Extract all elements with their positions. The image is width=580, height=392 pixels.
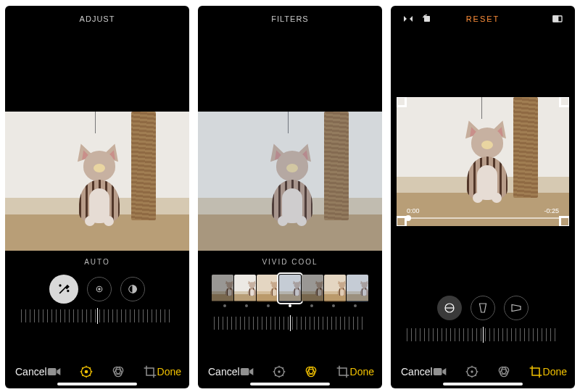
filter-thumb-selected[interactable]: [279, 275, 301, 302]
filter-thumbnails[interactable]: [198, 272, 382, 304]
header-title: FILTERS: [271, 14, 308, 23]
home-indicator[interactable]: [443, 383, 523, 385]
header: ADJUST: [5, 6, 189, 32]
svg-point-26: [500, 370, 508, 377]
video-icon[interactable]: [433, 366, 447, 378]
svg-point-3: [99, 288, 100, 290]
svg-point-10: [115, 370, 122, 377]
crop-icon[interactable]: [529, 364, 543, 379]
rotate-icon[interactable]: [421, 13, 433, 25]
blank-area: [5, 32, 189, 112]
cancel-button[interactable]: Cancel: [208, 366, 240, 378]
mode-tabs: [47, 364, 157, 379]
home-indicator[interactable]: [250, 383, 330, 385]
filter-name-label: VIVID COOL: [198, 251, 382, 272]
perspective-v-button[interactable]: [471, 296, 495, 320]
straighten-slider[interactable]: [391, 325, 575, 345]
adjust-slider[interactable]: [5, 306, 189, 326]
filters-icon[interactable]: [304, 364, 318, 379]
photo-preview[interactable]: [5, 112, 189, 251]
editor-panel-crop: RESET 0:00 -0:25: [391, 6, 575, 388]
svg-point-0: [59, 285, 61, 286]
home-indicator[interactable]: [57, 383, 137, 385]
time-current: 0:00: [407, 207, 420, 214]
editor-panel-filters: FILTERS VIVID COOL Cancel: [198, 6, 382, 388]
video-icon[interactable]: [47, 366, 62, 378]
blank-area: [391, 32, 575, 97]
svg-point-16: [307, 370, 315, 377]
adjust-dial-icon[interactable]: [79, 364, 94, 379]
blank-area: [391, 226, 575, 291]
svg-point-1: [67, 291, 69, 292]
filter-thumb[interactable]: [234, 275, 256, 302]
video-timeline[interactable]: [405, 217, 560, 219]
filter-thumb[interactable]: [212, 275, 233, 302]
crop-icon[interactable]: [336, 364, 350, 379]
filter-thumb[interactable]: [324, 275, 346, 302]
aspect-icon[interactable]: [552, 13, 563, 25]
svg-rect-5: [47, 368, 56, 375]
auto-enhance-button[interactable]: [49, 275, 78, 304]
svg-point-7: [85, 370, 87, 372]
filters-icon[interactable]: [111, 364, 125, 379]
filter-thumb[interactable]: [302, 275, 323, 302]
crop-tools: [391, 291, 575, 325]
svg-point-23: [471, 370, 473, 372]
header: FILTERS: [198, 6, 382, 32]
svg-rect-19: [553, 16, 558, 22]
contrast-button[interactable]: [120, 277, 145, 301]
exposure-button[interactable]: [87, 277, 112, 301]
filters-icon[interactable]: [497, 364, 511, 379]
filter-overlay: [198, 112, 382, 251]
header: RESET: [391, 6, 575, 32]
flip-h-icon[interactable]: [402, 13, 414, 25]
photo-preview[interactable]: [198, 112, 382, 251]
editor-panel-adjust: ADJUST AUTO: [5, 6, 189, 388]
time-remaining: -0:25: [544, 207, 559, 214]
adjust-mode-label: AUTO: [5, 251, 189, 272]
filter-intensity-slider[interactable]: [198, 313, 382, 333]
adjust-dial-icon[interactable]: [272, 364, 286, 379]
adjust-dial-icon[interactable]: [465, 364, 479, 379]
crop-icon[interactable]: [143, 364, 157, 379]
photo-crop-area[interactable]: 0:00 -0:25: [397, 97, 569, 226]
cancel-button[interactable]: Cancel: [401, 366, 433, 378]
filter-thumb[interactable]: [347, 275, 368, 302]
cancel-button[interactable]: Cancel: [15, 366, 47, 378]
svg-rect-21: [433, 368, 442, 375]
svg-point-13: [278, 370, 280, 372]
mode-tabs: [240, 364, 350, 379]
header-title: ADJUST: [80, 14, 115, 23]
done-button[interactable]: Done: [543, 366, 567, 378]
perspective-h-button[interactable]: [504, 296, 529, 320]
reset-button[interactable]: RESET: [466, 14, 500, 23]
svg-rect-17: [424, 16, 430, 22]
filter-thumb[interactable]: [257, 275, 278, 302]
done-button[interactable]: Done: [350, 366, 374, 378]
video-icon[interactable]: [240, 366, 254, 378]
straighten-button[interactable]: [437, 296, 462, 320]
blank-area: [198, 32, 382, 112]
done-button[interactable]: Done: [157, 366, 181, 378]
mode-tabs: [433, 364, 543, 379]
filter-dots: [198, 304, 382, 313]
svg-rect-11: [240, 368, 249, 375]
adjust-tools: [5, 272, 189, 306]
